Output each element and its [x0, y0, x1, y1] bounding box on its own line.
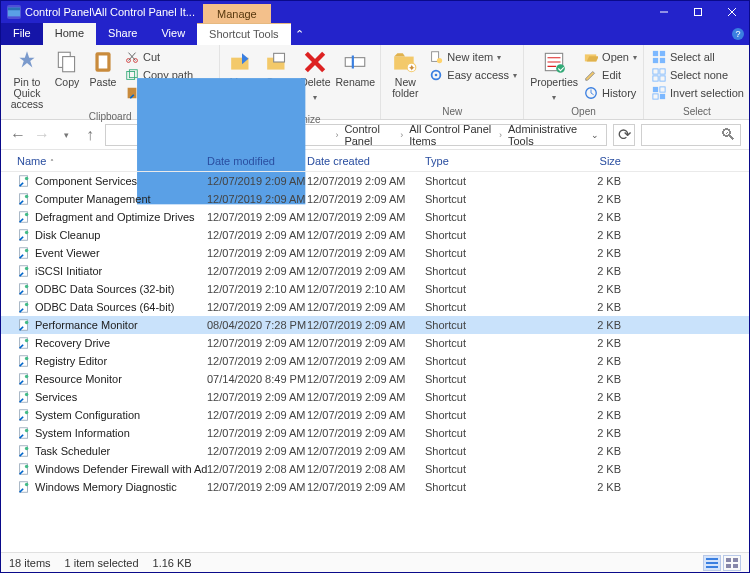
svg-point-75 [25, 393, 29, 397]
tab-file[interactable]: File [1, 23, 43, 45]
invert-selection-button[interactable]: Invert selection [650, 85, 746, 101]
search-box[interactable]: 🔍︎ [641, 124, 741, 146]
file-modified: 12/07/2019 2:09 AM [207, 247, 307, 259]
file-modified: 12/07/2019 2:09 AM [207, 211, 307, 223]
table-row[interactable]: Disk Cleanup12/07/2019 2:09 AM12/07/2019… [1, 226, 749, 244]
breadcrumb-mid[interactable]: All Control Panel Items [405, 121, 497, 149]
table-row[interactable]: Event Viewer12/07/2019 2:09 AM12/07/2019… [1, 244, 749, 262]
svg-rect-44 [660, 76, 665, 81]
svg-point-81 [25, 447, 29, 451]
file-modified: 12/07/2019 2:09 AM [207, 265, 307, 277]
new-item-button[interactable]: New item ▾ [427, 49, 519, 65]
svg-rect-11 [99, 56, 108, 69]
col-header-type[interactable]: Type [425, 155, 573, 167]
properties-button[interactable]: Properties [528, 47, 580, 102]
svg-rect-42 [660, 69, 665, 74]
table-row[interactable]: Services12/07/2019 2:09 AM12/07/2019 2:0… [1, 388, 749, 406]
back-button[interactable]: ← [9, 126, 27, 144]
table-row[interactable]: Resource Monitor07/14/2020 8:49 PM12/07/… [1, 370, 749, 388]
help-icon[interactable]: ? [727, 23, 749, 45]
recent-locations-button[interactable]: ▾ [57, 126, 75, 144]
table-row[interactable]: Performance Monitor08/04/2020 7:28 PM12/… [1, 316, 749, 334]
table-row[interactable]: Task Scheduler12/07/2019 2:09 AM12/07/20… [1, 442, 749, 460]
history-button[interactable]: History [582, 85, 639, 101]
svg-point-30 [437, 58, 442, 63]
table-row[interactable]: System Configuration12/07/2019 2:09 AM12… [1, 406, 749, 424]
pin-to-quick-access-button[interactable]: Pin to Quick access [5, 47, 49, 110]
col-header-size[interactable]: Size [573, 155, 621, 167]
svg-point-85 [25, 483, 29, 487]
edit-button[interactable]: Edit [582, 67, 639, 83]
easy-access-button[interactable]: Easy access ▾ [427, 67, 519, 83]
table-row[interactable]: Component Services12/07/2019 2:09 AM12/0… [1, 172, 749, 190]
file-created: 12/07/2019 2:09 AM [307, 193, 425, 205]
file-type: Shortcut [425, 373, 573, 385]
address-dropdown-icon[interactable]: ⌄ [587, 130, 603, 140]
svg-point-57 [25, 231, 29, 235]
table-row[interactable]: Windows Memory Diagnostic12/07/2019 2:09… [1, 478, 749, 496]
search-icon: 🔍︎ [720, 126, 736, 144]
svg-rect-43 [653, 76, 658, 81]
tab-home[interactable]: Home [43, 23, 96, 45]
table-row[interactable]: Defragment and Optimize Drives12/07/2019… [1, 208, 749, 226]
select-all-button[interactable]: Select all [650, 49, 746, 65]
table-row[interactable]: System Information12/07/2019 2:09 AM12/0… [1, 424, 749, 442]
address-bar[interactable]: › Control Panel › All Control Panel Item… [105, 124, 607, 146]
title-bar[interactable]: Control Panel\All Control Panel It... Ma… [1, 1, 749, 23]
file-size: 2 KB [573, 319, 621, 331]
svg-point-67 [25, 321, 29, 325]
copy-button[interactable]: Copy [49, 47, 85, 88]
svg-rect-24 [346, 58, 366, 67]
thumbnails-view-button[interactable] [723, 555, 741, 571]
select-none-icon [652, 68, 666, 82]
maximize-button[interactable] [681, 1, 715, 23]
file-created: 12/07/2019 2:09 AM [307, 265, 425, 277]
breadcrumb-leaf[interactable]: Administrative Tools [504, 121, 585, 149]
file-modified: 12/07/2019 2:09 AM [207, 445, 307, 457]
file-type: Shortcut [425, 463, 573, 475]
new-folder-button[interactable]: ✦ New folder [385, 47, 425, 99]
table-row[interactable]: Recovery Drive12/07/2019 2:09 AM12/07/20… [1, 334, 749, 352]
svg-point-61 [25, 267, 29, 271]
table-row[interactable]: iSCSI Initiator12/07/2019 2:09 AM12/07/2… [1, 262, 749, 280]
svg-rect-45 [653, 87, 658, 92]
shortcut-icon [17, 426, 31, 440]
file-created: 12/07/2019 2:09 AM [307, 355, 425, 367]
svg-point-83 [25, 465, 29, 469]
file-rows[interactable]: Component Services12/07/2019 2:09 AM12/0… [1, 172, 749, 552]
shortcut-icon [17, 354, 31, 368]
table-row[interactable]: Windows Defender Firewall with Adv...12/… [1, 460, 749, 478]
table-row[interactable]: ODBC Data Sources (64-bit)12/07/2019 2:0… [1, 298, 749, 316]
col-header-modified[interactable]: Date modified [207, 155, 307, 167]
svg-rect-47 [653, 94, 658, 99]
file-size: 2 KB [573, 355, 621, 367]
breadcrumb-root[interactable]: Control Panel [340, 121, 398, 149]
details-view-button[interactable] [703, 555, 721, 571]
up-button[interactable]: ↑ [81, 126, 99, 144]
table-row[interactable]: Registry Editor12/07/2019 2:09 AM12/07/2… [1, 352, 749, 370]
new-folder-icon: ✦ [392, 49, 418, 75]
open-button[interactable]: Open ▾ [582, 49, 639, 65]
file-type: Shortcut [425, 319, 573, 331]
select-none-button[interactable]: Select none [650, 67, 746, 83]
rename-button[interactable]: Rename [334, 47, 376, 88]
svg-point-65 [25, 303, 29, 307]
close-button[interactable] [715, 1, 749, 23]
svg-rect-9 [63, 57, 75, 72]
file-name: Registry Editor [35, 355, 107, 367]
table-row[interactable]: ODBC Data Sources (32-bit)12/07/2019 2:1… [1, 280, 749, 298]
file-type: Shortcut [425, 391, 573, 403]
file-size: 2 KB [573, 265, 621, 277]
svg-rect-46 [660, 87, 665, 92]
svg-rect-86 [706, 558, 718, 560]
minimize-button[interactable] [647, 1, 681, 23]
col-header-name[interactable]: Name˄ [17, 155, 207, 167]
refresh-button[interactable]: ⟳ [613, 124, 635, 146]
forward-button[interactable]: → [33, 126, 51, 144]
col-header-created[interactable]: Date created [307, 155, 425, 167]
file-size: 2 KB [573, 229, 621, 241]
table-row[interactable]: Computer Management12/07/2019 2:09 AM12/… [1, 190, 749, 208]
file-size: 2 KB [573, 301, 621, 313]
svg-point-71 [25, 357, 29, 361]
svg-text:✦: ✦ [408, 63, 416, 73]
